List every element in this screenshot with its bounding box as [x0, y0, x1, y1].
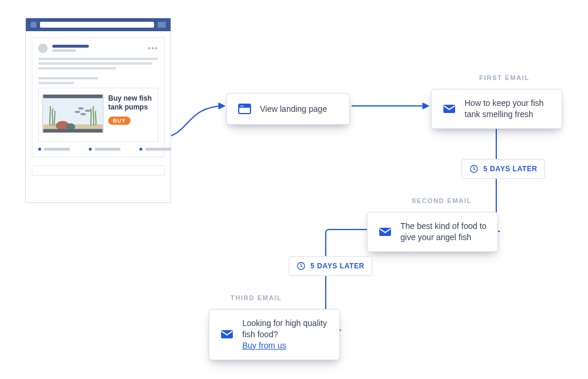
stage-label-third: THIRD EMAIL	[230, 294, 282, 301]
avatar-icon	[38, 44, 48, 53]
buy-button[interactable]: BUY	[108, 117, 131, 125]
svg-rect-10	[44, 129, 103, 132]
landing-text: View landing page	[260, 104, 327, 115]
envelope-icon	[378, 225, 392, 239]
email-card-3: Looking for high quality fish food? Buy …	[209, 309, 340, 360]
flow-diagram: •••	[0, 0, 588, 379]
svg-point-6	[81, 113, 86, 115]
fb-search-bar	[40, 22, 154, 28]
svg-point-7	[78, 107, 84, 109]
email-3-text: Looking for high quality fish food?	[242, 318, 327, 339]
clock-icon	[296, 261, 306, 271]
delay-badge-1: 5 DAYS LATER	[462, 159, 545, 179]
envelope-icon	[220, 327, 234, 341]
text-placeholder	[38, 82, 74, 84]
fb-ad-card: Buy new fish tank pumps BUY	[38, 88, 158, 142]
text-placeholder	[38, 62, 152, 65]
delay-1-text: 5 DAYS LATER	[483, 165, 537, 173]
text-placeholder	[38, 67, 116, 69]
email-card-1: How to keep your fish tank smelling fres…	[431, 89, 562, 129]
delay-2-text: 5 DAYS LATER	[310, 262, 365, 270]
stage-label-first: FIRST EMAIL	[479, 74, 530, 81]
aquarium-image	[42, 94, 103, 133]
fb-header	[26, 18, 171, 31]
text-placeholder	[38, 58, 158, 60]
fb-header-button	[158, 22, 166, 28]
envelope-icon	[442, 102, 456, 116]
svg-point-8	[85, 109, 91, 112]
fb-post: •••	[32, 37, 165, 157]
stage-label-second: SECOND EMAIL	[412, 197, 472, 204]
fb-footer-input	[32, 165, 165, 176]
svg-point-14	[242, 105, 243, 107]
facebook-post-mock: •••	[25, 18, 171, 203]
fb-ad-title: Buy new fish tank pumps	[108, 94, 154, 112]
browser-window-icon	[238, 102, 252, 116]
svg-point-13	[240, 105, 242, 107]
fb-name-placeholder	[52, 45, 89, 48]
ellipsis-icon: •••	[148, 44, 158, 53]
delay-badge-2: 5 DAYS LATER	[289, 256, 372, 276]
landing-page-card: View landing page	[226, 93, 350, 125]
clock-icon	[469, 164, 479, 174]
email-card-2: The best kind of food to give your angel…	[367, 212, 498, 252]
email-1-text: How to keep your fish tank smelling fres…	[465, 98, 551, 120]
buy-from-us-link[interactable]: Buy from us	[242, 341, 286, 350]
email-2-text: The best kind of food to give your angel…	[400, 221, 487, 243]
fb-logo-icon	[31, 22, 36, 28]
carousel-pagination	[38, 148, 158, 151]
svg-point-5	[75, 111, 81, 113]
fb-post-header: •••	[38, 44, 158, 53]
svg-rect-9	[44, 95, 103, 98]
text-placeholder	[38, 77, 98, 79]
fb-subtitle-placeholder	[52, 49, 76, 52]
